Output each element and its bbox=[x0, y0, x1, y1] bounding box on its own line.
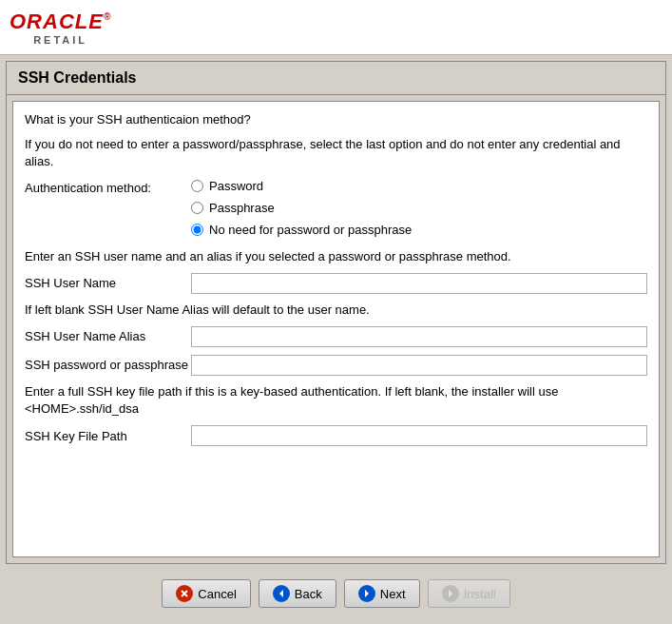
back-label: Back bbox=[295, 587, 322, 601]
auth-method-options: Password Passphrase No need for password… bbox=[191, 179, 412, 244]
cancel-label: Cancel bbox=[198, 587, 236, 601]
radio-passphrase-label: Passphrase bbox=[209, 201, 275, 215]
alias-info-text: If left blank SSH User Name Alias will d… bbox=[25, 302, 647, 319]
auth-method-label: Authentication method: bbox=[25, 179, 191, 195]
svg-marker-2 bbox=[279, 590, 283, 597]
oracle-brand-text: ORACLE bbox=[10, 11, 111, 32]
next-icon bbox=[358, 585, 375, 602]
oracle-logo: ORACLE RETAIL bbox=[10, 11, 111, 46]
retail-brand-text: RETAIL bbox=[33, 34, 87, 46]
ssh-alias-row: SSH User Name Alias bbox=[25, 326, 647, 347]
panel-title: SSH Credentials bbox=[7, 62, 665, 95]
ssh-keyfile-label: SSH Key File Path bbox=[25, 429, 191, 443]
ssh-username-input[interactable] bbox=[191, 273, 647, 294]
ssh-question-text: What is your SSH authenticaion method? bbox=[25, 111, 647, 128]
svg-marker-3 bbox=[365, 590, 369, 597]
header-bar: ORACLE RETAIL bbox=[0, 0, 672, 55]
main-window: SSH Credentials What is your SSH authent… bbox=[0, 55, 672, 570]
radio-passphrase[interactable] bbox=[191, 202, 203, 214]
back-icon bbox=[273, 585, 290, 602]
next-label: Next bbox=[380, 587, 406, 601]
ssh-alias-input[interactable] bbox=[191, 326, 647, 347]
radio-noneed[interactable] bbox=[191, 224, 203, 236]
ssh-username-label: SSH User Name bbox=[25, 276, 191, 290]
ssh-username-row: SSH User Name bbox=[25, 273, 647, 294]
ssh-keyfile-row: SSH Key File Path bbox=[25, 425, 647, 446]
radio-password[interactable] bbox=[191, 180, 203, 192]
button-bar: Cancel Back Next Install bbox=[0, 570, 672, 617]
ssh-password-row: SSH password or passphrase bbox=[25, 355, 647, 376]
content-area[interactable]: What is your SSH authenticaion method? I… bbox=[12, 101, 660, 557]
ssh-alias-label: SSH User Name Alias bbox=[25, 329, 191, 343]
username-info-text: Enter an SSH user name and an alias if y… bbox=[25, 248, 647, 265]
svg-marker-4 bbox=[449, 590, 452, 597]
next-button[interactable]: Next bbox=[344, 579, 420, 608]
radio-row-passphrase[interactable]: Passphrase bbox=[191, 201, 412, 215]
ssh-info-text: If you do not need to enter a password/p… bbox=[25, 136, 647, 170]
cancel-button[interactable]: Cancel bbox=[162, 579, 250, 608]
cancel-icon bbox=[176, 585, 193, 602]
install-label: Install bbox=[464, 587, 496, 601]
radio-password-label: Password bbox=[209, 179, 263, 193]
radio-row-noneed[interactable]: No need for password or passphrase bbox=[191, 223, 412, 237]
install-icon bbox=[442, 585, 459, 602]
auth-method-row: Authentication method: Password Passphra… bbox=[25, 179, 647, 244]
radio-noneed-label: No need for password or passphrase bbox=[209, 223, 412, 237]
ssh-keyfile-input[interactable] bbox=[191, 425, 647, 446]
install-button[interactable]: Install bbox=[428, 579, 510, 608]
radio-row-password[interactable]: Password bbox=[191, 179, 412, 193]
keyfile-info-text: Enter a full SSH key file path if this i… bbox=[25, 383, 647, 418]
ssh-password-label: SSH password or passphrase bbox=[25, 358, 191, 372]
panel: SSH Credentials What is your SSH authent… bbox=[6, 61, 666, 564]
ssh-password-input[interactable] bbox=[191, 355, 647, 376]
back-button[interactable]: Back bbox=[259, 579, 336, 608]
